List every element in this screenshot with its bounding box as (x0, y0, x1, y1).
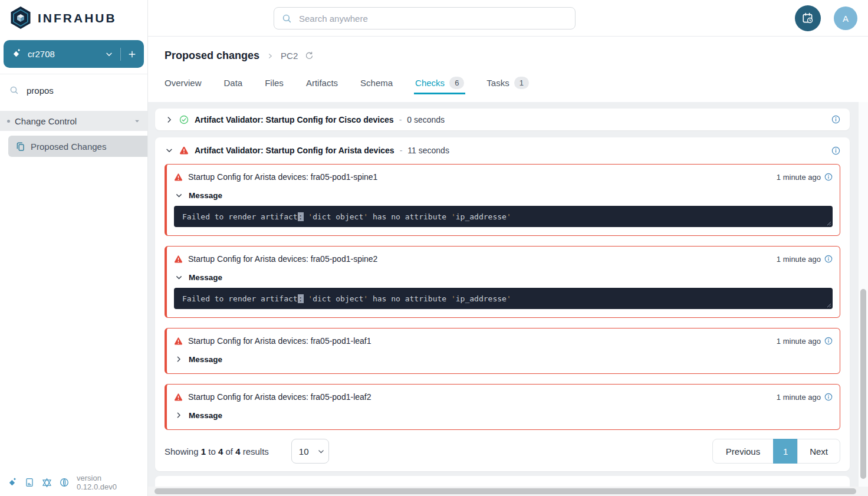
tab-bar: Overview Data Files Artifacts Schema Che… (165, 71, 529, 94)
schedule-button[interactable] (795, 5, 821, 31)
info-icon[interactable] (831, 146, 840, 155)
api-globe-icon[interactable] (60, 478, 69, 487)
branch-name: cr2708 (28, 49, 55, 59)
chevron-icon[interactable] (174, 274, 183, 281)
chevron-right-icon (267, 52, 274, 60)
info-icon[interactable] (824, 255, 833, 263)
tab-label: Data (224, 78, 243, 88)
resize-grip-icon[interactable] (826, 303, 831, 308)
message-toggle[interactable]: Message (174, 409, 833, 421)
check-message-code: Failed to render artifact: 'dict object'… (182, 212, 511, 221)
sidebar-group-change-control[interactable]: Change Control (0, 111, 147, 131)
message-toggle[interactable]: Message (174, 353, 833, 365)
infrahub-hexagon-logo-icon (9, 6, 32, 31)
check-message-block[interactable]: Failed to render artifact: 'dict object'… (174, 206, 833, 227)
sidebar-item-label: Proposed Changes (31, 142, 106, 152)
page-title[interactable]: Proposed changes (165, 50, 259, 62)
next-page-button[interactable]: Next (797, 439, 840, 464)
validator-title: Artifact Validator: Startup Config for A… (195, 146, 394, 155)
sidebar-item-proposed-changes[interactable]: Proposed Changes (8, 136, 147, 157)
validator-duration: 0 seconds (407, 115, 445, 124)
global-search-input[interactable] (298, 13, 567, 24)
chevron-icon[interactable] (175, 354, 183, 364)
tab-data[interactable]: Data (224, 71, 243, 94)
tab-artifacts[interactable]: Artifacts (306, 71, 338, 94)
check-card: Startup Config for Arista devices: fra05… (165, 164, 840, 236)
check-message-code: Failed to render artifact: 'dict object'… (182, 294, 511, 303)
proposed-changes-icon (15, 142, 25, 152)
user-avatar[interactable]: A (834, 6, 857, 30)
search-icon (9, 86, 19, 95)
info-icon[interactable] (824, 393, 833, 401)
success-check-icon (179, 115, 189, 124)
bullet-icon (7, 120, 10, 123)
check-time-wrap: 1 minute ago (777, 337, 833, 346)
chevron-down-icon (134, 118, 140, 124)
message-toggle-label: Message (189, 191, 222, 200)
chevron-right-icon[interactable] (165, 115, 173, 124)
pagination: Showing 1 to 4 of 4 results 10 Previous … (165, 438, 840, 464)
chevron-icon[interactable] (174, 192, 183, 199)
graphql-icon[interactable] (42, 478, 52, 488)
check-time: 1 minute ago (777, 337, 821, 346)
tab-files[interactable]: Files (265, 71, 284, 94)
refresh-icon[interactable] (305, 51, 314, 60)
info-icon[interactable] (824, 337, 833, 345)
current-page-button[interactable]: 1 (773, 439, 798, 464)
horizontal-scrollbar-thumb[interactable] (154, 488, 856, 494)
info-icon[interactable] (824, 173, 833, 181)
tab-schema[interactable]: Schema (360, 71, 393, 94)
branch-diamond-icon[interactable] (7, 478, 17, 488)
tab-tasks[interactable]: Tasks 1 (486, 71, 529, 94)
tab-label: Overview (165, 78, 202, 88)
check-card: Startup Config for Arista devices: fra05… (165, 246, 840, 318)
validator-row-cisco[interactable]: Artifact Validator: Startup Config for C… (155, 109, 850, 130)
validator-row-arista[interactable]: Artifact Validator: Startup Config for A… (165, 142, 840, 159)
tab-label: Artifacts (306, 78, 338, 88)
docs-icon[interactable] (25, 478, 34, 487)
tab-checks[interactable]: Checks 6 (415, 71, 464, 94)
previous-page-button[interactable]: Previous (712, 439, 774, 464)
check-time: 1 minute ago (777, 173, 821, 182)
check-time-wrap: 1 minute ago (777, 393, 833, 402)
brand-wordmark: INFRAHUB (38, 11, 117, 25)
info-icon[interactable] (831, 115, 840, 124)
brand-logo[interactable]: INFRAHUB (0, 0, 147, 31)
chevron-down-icon (317, 448, 325, 455)
pagination-summary: Showing 1 to 4 of 4 results (165, 446, 269, 456)
breadcrumb: Proposed changes PC2 (148, 37, 868, 62)
horizontal-scrollbar[interactable] (148, 487, 868, 496)
check-message-block[interactable]: Failed to render artifact: 'dict object'… (174, 288, 833, 309)
check-title: Startup Config for Arista devices: fra05… (188, 392, 371, 402)
tasks-count-badge: 1 (514, 77, 529, 89)
message-toggle[interactable]: Message (174, 189, 833, 201)
resize-grip-icon[interactable] (826, 221, 831, 226)
message-toggle[interactable]: Message (174, 271, 833, 283)
vertical-scrollbar[interactable] (859, 102, 868, 487)
message-toggle-label: Message (189, 273, 222, 282)
check-title-row: Startup Config for Arista devices: fra05… (174, 170, 833, 183)
chevron-down-icon[interactable] (165, 146, 174, 155)
pagination-buttons: Previous 1 Next (712, 439, 840, 464)
check-title-row: Startup Config for Arista devices: fra05… (174, 390, 833, 403)
sidebar-footer: version 0.12.0.dev0 (7, 474, 142, 491)
message-toggle-label: Message (189, 355, 222, 364)
error-warning-icon (174, 337, 183, 346)
check-time: 1 minute ago (777, 393, 821, 402)
breadcrumb-current: PC2 (281, 51, 298, 61)
sidebar-search-input[interactable] (25, 85, 145, 96)
global-search[interactable] (274, 7, 576, 29)
error-warning-icon (174, 255, 183, 264)
check-title-row: Startup Config for Arista devices: fra05… (174, 334, 833, 347)
add-branch-button[interactable] (128, 50, 136, 58)
check-title: Startup Config for Arista devices: fra05… (188, 172, 377, 182)
message-toggle-label: Message (189, 411, 222, 420)
error-warning-icon (179, 146, 189, 155)
page-size-select[interactable]: 10 (291, 439, 329, 464)
error-warning-icon (174, 173, 183, 182)
vertical-scrollbar-thumb[interactable] (860, 289, 866, 479)
tab-label: Files (265, 78, 284, 88)
branch-selector-button[interactable]: cr2708 (4, 40, 144, 68)
tab-overview[interactable]: Overview (165, 71, 202, 94)
chevron-icon[interactable] (175, 410, 183, 420)
